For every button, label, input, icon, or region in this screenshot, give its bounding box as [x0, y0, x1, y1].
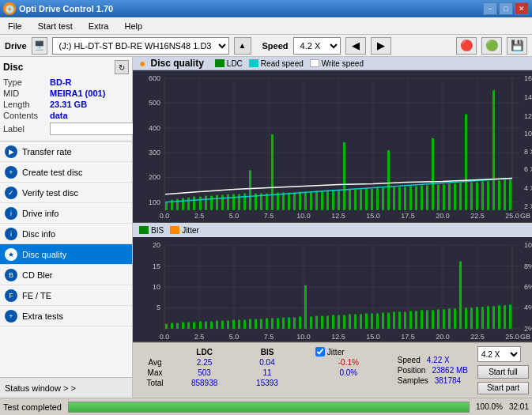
col-ldc: LDC: [171, 346, 238, 357]
svg-text:200: 200: [149, 173, 160, 181]
col-bis: BIS: [238, 346, 296, 357]
disc-refresh-button[interactable]: ↻: [115, 60, 129, 74]
legend-jitter-color: [170, 226, 179, 234]
svg-rect-185: [454, 308, 456, 328]
total-ldc: 858938: [171, 378, 238, 388]
save-btn[interactable]: 💾: [507, 37, 527, 55]
speed-select[interactable]: 4.2 X: [293, 37, 341, 55]
nav-drive-info[interactable]: i Drive info: [0, 203, 132, 224]
start-part-button[interactable]: Start part: [477, 382, 529, 395]
svg-text:17.5: 17.5: [401, 333, 414, 341]
status-window-label: Status window > >: [5, 383, 76, 393]
menu-file[interactable]: File: [3, 20, 27, 32]
svg-rect-87: [470, 182, 473, 209]
svg-rect-169: [365, 313, 368, 328]
svg-text:2%: 2%: [524, 325, 532, 333]
svg-text:10: 10: [153, 283, 160, 291]
svg-rect-35: [182, 198, 184, 210]
nav-icon-transfer: ▶: [5, 145, 17, 158]
svg-rect-92: [498, 180, 500, 209]
prev-button[interactable]: ◀: [345, 37, 366, 55]
eject-button[interactable]: ▲: [234, 37, 251, 55]
svg-rect-57: [304, 192, 307, 210]
minimize-button[interactable]: −: [483, 2, 497, 15]
color-btn1[interactable]: 🔴: [456, 37, 477, 55]
svg-rect-89: [481, 181, 484, 209]
svg-rect-70: [376, 188, 379, 210]
disc-label-row: Label 🔍: [3, 122, 129, 136]
nav-disc-info[interactable]: i Disc info: [0, 224, 132, 244]
svg-rect-78: [421, 186, 423, 210]
svg-rect-71: [382, 188, 384, 210]
speed-label: Speed: [398, 356, 421, 364]
nav-label-disc-quality: Disc quality: [22, 250, 66, 259]
svg-rect-163: [332, 315, 334, 328]
svg-text:10.0: 10.0: [296, 333, 310, 341]
disc-contents-label: Contents: [3, 111, 47, 120]
svg-text:5.0: 5.0: [229, 212, 239, 220]
menu-help[interactable]: Help: [119, 20, 147, 32]
svg-text:7.5: 7.5: [264, 333, 274, 341]
svg-rect-133: [165, 324, 168, 329]
main-layout: Disc ↻ Type BD-R MID MEIRA1 (001) Length…: [0, 57, 532, 398]
svg-rect-52: [277, 193, 279, 210]
disc-label-label: Label: [3, 124, 47, 134]
samples-label: Samples: [398, 376, 428, 385]
svg-rect-53: [282, 193, 285, 210]
svg-rect-138: [193, 323, 195, 329]
svg-rect-184: [448, 308, 451, 328]
disc-header: Disc ↻: [3, 60, 129, 74]
nav-transfer-rate[interactable]: ▶ Transfer rate: [0, 141, 132, 162]
position-value: 23862 MB: [432, 366, 468, 375]
svg-rect-153: [277, 319, 279, 329]
action-speed-select[interactable]: 4.2 X: [477, 346, 521, 362]
drive-select[interactable]: (J:) HL-DT-ST BD-RE WH16NS48 1.D3: [52, 37, 229, 55]
color-btn2[interactable]: 🟢: [481, 37, 502, 55]
svg-text:8%: 8%: [524, 262, 532, 270]
menu-extra[interactable]: Extra: [84, 20, 114, 32]
nav-cd-bler[interactable]: B CD Bler: [0, 265, 132, 285]
disc-type-value: BD-R: [50, 77, 72, 87]
svg-rect-194: [504, 305, 506, 328]
svg-rect-178: [415, 311, 417, 328]
svg-text:0.0: 0.0: [160, 212, 169, 220]
svg-rect-189: [476, 307, 478, 328]
svg-rect-55: [293, 193, 296, 210]
svg-rect-73: [393, 187, 395, 210]
menu-start-test[interactable]: Start test: [33, 20, 77, 32]
nav-disc-quality[interactable]: ★ Disc quality: [0, 244, 132, 265]
avg-jitter: -0.1%: [312, 357, 385, 368]
disc-type-label: Type: [3, 77, 47, 87]
drive-icon-btn: 🖥️: [32, 37, 47, 55]
svg-text:15.0: 15.0: [366, 212, 379, 220]
nav-create-test-disc[interactable]: + Create test disc: [0, 162, 132, 183]
svg-rect-68: [365, 189, 368, 210]
jitter-checkbox[interactable]: [315, 347, 325, 357]
status-window-button[interactable]: Status window > >: [0, 377, 132, 398]
svg-rect-176: [404, 311, 406, 328]
svg-text:100: 100: [149, 198, 160, 206]
nav-extra-tests[interactable]: + Extra tests: [0, 306, 132, 326]
max-ldc: 503: [171, 368, 238, 378]
quality-title: Disc quality: [150, 58, 203, 69]
svg-text:GB: GB: [520, 212, 530, 220]
nav-verify-test-disc[interactable]: ✓ Verify test disc: [0, 183, 132, 203]
charts-container: 600 500 400 300 200 100 16 X 14 X 12 X 1…: [133, 70, 532, 398]
svg-rect-168: [360, 314, 362, 328]
start-full-button[interactable]: Start full: [477, 365, 529, 379]
svg-text:10 X: 10 X: [524, 130, 532, 138]
svg-text:22.5: 22.5: [470, 212, 484, 220]
svg-rect-54: [288, 193, 290, 210]
progress-bar-outer: [68, 402, 470, 413]
svg-rect-171: [376, 313, 379, 328]
svg-rect-157: [299, 317, 301, 329]
svg-rect-156: [293, 318, 296, 329]
close-button[interactable]: ✕: [515, 2, 529, 15]
svg-rect-85: [459, 183, 462, 209]
nav-fe-te[interactable]: F FE / TE: [0, 285, 132, 306]
position-row: Position 23862 MB: [398, 366, 468, 375]
svg-text:400: 400: [149, 124, 160, 132]
next-button[interactable]: ▶: [371, 37, 391, 55]
maximize-button[interactable]: □: [499, 2, 513, 15]
app-title: Opti Drive Control 1.70: [19, 4, 113, 13]
